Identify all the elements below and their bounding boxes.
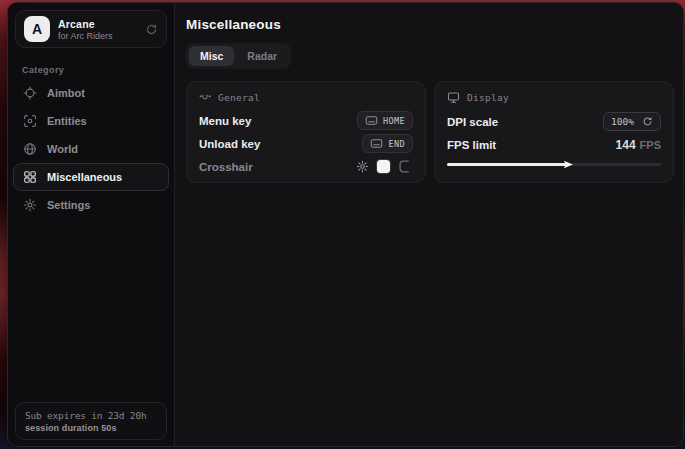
app-window: A Arcane for Arc Riders Category [7, 2, 684, 447]
page-title: Miscellaneous [186, 17, 674, 32]
profile-text: Arcane for Arc Riders [58, 18, 137, 41]
sub-expiry-text: Sub expires in 23d 20h [25, 410, 157, 421]
tab-misc[interactable]: Misc [189, 46, 234, 66]
dpi-scale-control[interactable]: 100% [603, 112, 661, 131]
sidebar-item-label: Miscellaneous [47, 171, 122, 183]
cards-row: General Menu key HOME [186, 81, 674, 183]
sync-icon[interactable] [145, 23, 158, 36]
gear-icon [23, 198, 37, 212]
display-card-title: Display [467, 92, 509, 103]
scan-icon [23, 114, 37, 128]
crosshair-color-swatch[interactable] [377, 160, 390, 173]
dpi-scale-label: DPI scale [447, 116, 498, 128]
crosshair-settings-gear-icon[interactable] [356, 160, 369, 173]
sidebar-item-label: World [47, 143, 78, 155]
sidebar: A Arcane for Arc Riders Category [8, 3, 175, 446]
fps-limit-value: 144 FPS [616, 138, 661, 152]
fps-limit-row: FPS limit 144 FPS [447, 133, 661, 156]
tab-radar[interactable]: Radar [236, 46, 288, 66]
menu-key-label: Menu key [199, 115, 251, 127]
menu-key-row: Menu key HOME [199, 109, 413, 132]
sidebar-item-label: Settings [47, 199, 90, 211]
fps-limit-label: FPS limit [447, 139, 496, 151]
grid-icon [23, 170, 37, 184]
main-content: Miscellaneous Misc Radar General [175, 3, 684, 446]
globe-icon [23, 142, 37, 156]
sidebar-item-label: Entities [47, 115, 87, 127]
fps-unit: FPS [640, 139, 661, 151]
sidebar-item-entities[interactable]: Entities [13, 107, 169, 135]
sidebar-item-label: Aimbot [47, 87, 85, 99]
dpi-scale-value: 100% [611, 116, 634, 127]
monitor-icon [447, 91, 460, 104]
unload-key-row: Unload key END [199, 132, 413, 155]
menu-key-bind-button[interactable]: HOME [357, 111, 413, 130]
crosshair-controls [356, 159, 413, 174]
session-duration-text: session duration 50s [25, 423, 157, 433]
sidebar-item-miscellaneous[interactable]: Miscellaneous [13, 163, 169, 191]
menu-key-value: HOME [383, 116, 405, 126]
fps-slider[interactable] [447, 160, 661, 169]
crosshair-icon [23, 86, 37, 100]
crosshair-row: Crosshair [199, 155, 413, 178]
general-card: General Menu key HOME [186, 81, 426, 183]
profile-card[interactable]: A Arcane for Arc Riders [15, 10, 167, 48]
subscription-info: Sub expires in 23d 20h session duration … [15, 402, 167, 440]
general-card-title: General [218, 92, 260, 103]
refresh-icon[interactable] [642, 116, 653, 127]
open-square-icon[interactable] [398, 159, 413, 174]
unload-key-value: END [388, 139, 405, 149]
desktop-background: A Arcane for Arc Riders Category [0, 0, 685, 449]
fps-slider-fill [447, 163, 567, 166]
tab-bar: Misc Radar [186, 43, 291, 69]
fps-number: 144 [616, 138, 636, 152]
sidebar-item-world[interactable]: World [13, 135, 169, 163]
dpi-scale-row: DPI scale 100% [447, 110, 661, 133]
general-card-header: General [199, 91, 413, 103]
sidebar-nav: Aimbot Entities Wo [8, 79, 174, 219]
display-card: Display DPI scale 100% [434, 81, 674, 183]
crosshair-label: Crosshair [199, 161, 253, 173]
port-icon [199, 91, 211, 103]
category-label: Category [22, 65, 174, 75]
keyboard-icon [365, 115, 378, 126]
avatar-letter: A [32, 21, 42, 37]
display-card-header: Display [447, 91, 661, 104]
app-subtitle: for Arc Riders [58, 31, 137, 41]
unload-key-bind-button[interactable]: END [362, 134, 413, 153]
keyboard-icon [370, 138, 383, 149]
avatar: A [24, 16, 50, 42]
sidebar-item-settings[interactable]: Settings [13, 191, 169, 219]
unload-key-label: Unload key [199, 138, 260, 150]
app-name: Arcane [58, 18, 137, 30]
sidebar-item-aimbot[interactable]: Aimbot [13, 79, 169, 107]
